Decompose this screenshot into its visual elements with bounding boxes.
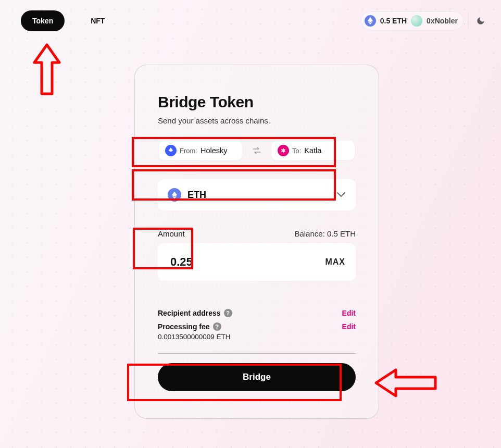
to-chain-value: Katla	[304, 146, 321, 155]
token-symbol: ETH	[187, 190, 206, 201]
processing-fee-label: Processing fee ?	[158, 322, 221, 331]
amount-input[interactable]: 0.25 MAX	[158, 243, 356, 281]
fee-row: Processing fee ? Edit	[158, 322, 356, 331]
amount-header: Amount Balance: 0.5 ETH	[158, 229, 356, 238]
wallet-area: 0.5 ETH 0xNobler	[361, 11, 485, 30]
annotation-arrow-up	[31, 41, 62, 98]
bridge-card: Bridge Token Send your assets across cha…	[134, 65, 379, 419]
token-select[interactable]: ETH	[158, 179, 356, 210]
annotation-arrow-left	[372, 366, 440, 400]
separator	[158, 353, 356, 354]
amount-value: 0.25	[158, 243, 205, 281]
help-icon[interactable]: ?	[224, 309, 232, 317]
swap-icon	[252, 147, 261, 154]
chain-selector-row: From: Holesky To: Katla	[158, 140, 356, 161]
edit-recipient-link[interactable]: Edit	[342, 309, 356, 317]
processing-fee-text: Processing fee	[158, 322, 210, 331]
tab-token[interactable]: Token	[21, 10, 65, 31]
avatar	[411, 15, 422, 27]
bridge-button[interactable]: Bridge	[158, 363, 356, 391]
edit-fee-link[interactable]: Edit	[342, 322, 356, 331]
meta-section: Recipient address ? Edit Processing fee …	[158, 309, 356, 341]
ethereum-icon	[168, 188, 181, 202]
holesky-icon	[165, 145, 177, 156]
wallet-button[interactable]: 0.5 ETH 0xNobler	[361, 11, 464, 30]
page-title: Bridge Token	[158, 93, 356, 111]
tabs: Token NFT	[21, 10, 116, 31]
to-label: To:	[292, 147, 301, 155]
max-button[interactable]: MAX	[325, 257, 345, 267]
from-chain-select[interactable]: From: Holesky	[159, 141, 242, 160]
recipient-row: Recipient address ? Edit	[158, 309, 356, 317]
tab-nft[interactable]: NFT	[79, 10, 116, 31]
recipient-label: Recipient address ?	[158, 309, 232, 317]
swap-chains-button[interactable]	[249, 143, 264, 158]
chevron-down-icon	[336, 191, 346, 198]
recipient-label-text: Recipient address	[158, 309, 221, 317]
ethereum-icon	[365, 15, 376, 27]
moon-icon	[476, 16, 485, 26]
amount-label: Amount	[158, 229, 185, 238]
topbar: Token NFT 0.5 ETH 0xNobler	[21, 10, 485, 31]
fee-value: 0.0013500000009 ETH	[158, 333, 356, 341]
page-subtitle: Send your assets across chains.	[158, 116, 356, 125]
wallet-username: 0xNobler	[427, 17, 458, 25]
theme-toggle[interactable]	[470, 13, 485, 29]
wallet-balance: 0.5 ETH	[380, 17, 407, 25]
from-chain-value: Holesky	[201, 146, 228, 155]
to-chain-select[interactable]: To: Katla	[271, 141, 355, 160]
balance-label: Balance: 0.5 ETH	[294, 229, 356, 238]
help-icon[interactable]: ?	[213, 322, 221, 331]
from-label: From:	[180, 147, 197, 155]
katla-icon	[278, 145, 289, 156]
